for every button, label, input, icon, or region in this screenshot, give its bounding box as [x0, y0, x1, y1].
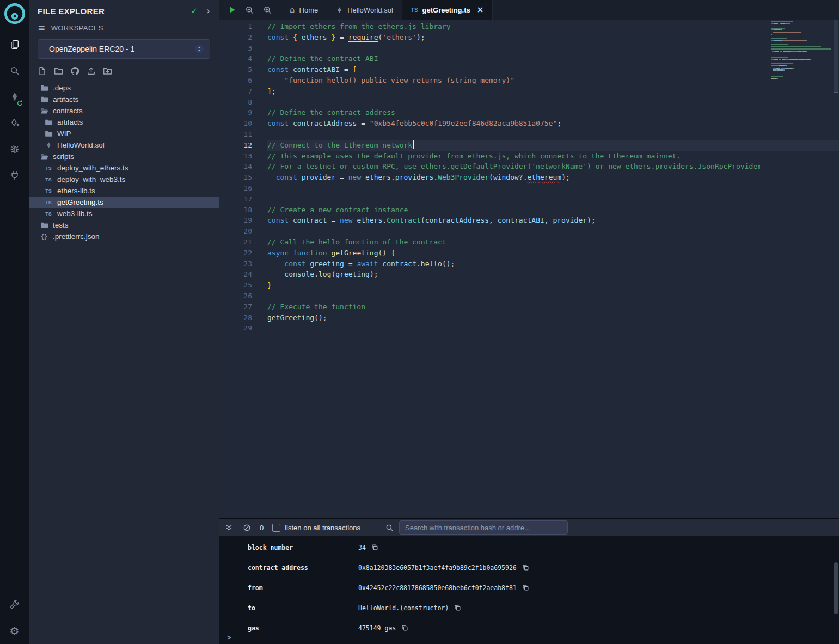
minimap[interactable]: [771, 21, 832, 82]
solidity-file-icon: [336, 7, 343, 14]
code-line-5[interactable]: const contractABI = [: [267, 64, 839, 75]
workspace-options-icon[interactable]: [194, 44, 204, 54]
terminal-collapse-icon[interactable]: [225, 524, 233, 532]
code-line-6[interactable]: "function hello() public view returns (s…: [267, 75, 839, 86]
code-line-17[interactable]: [267, 194, 839, 205]
tab-getgreeting-ts[interactable]: TS getGreeting.ts ×: [402, 0, 493, 20]
code-line-9[interactable]: // Define the contract address: [267, 107, 839, 118]
terminal-search-input[interactable]: [399, 520, 568, 535]
code-line-12[interactable]: // Connect to the Ethereum network: [267, 140, 839, 151]
debugger-icon[interactable]: [0, 136, 29, 162]
code-line-18[interactable]: // Create a new contract instance: [267, 205, 839, 216]
tab-helloworld-sol[interactable]: HelloWorld.sol: [327, 0, 402, 20]
upload-folder-icon[interactable]: [103, 66, 112, 76]
deploy-run-icon[interactable]: [0, 110, 29, 136]
workspaces-menu-icon[interactable]: ≡: [38, 23, 46, 33]
code-line-8[interactable]: [267, 97, 839, 108]
detail-label: from: [248, 584, 358, 592]
code-line-21[interactable]: // Call the hello function of the contra…: [267, 237, 839, 248]
line-number: 3: [219, 43, 252, 54]
file-tree-item-tests[interactable]: tests: [29, 219, 219, 231]
file-tree-item-artifacts[interactable]: artifacts: [29, 116, 219, 128]
file-tree-item--deps[interactable]: .deps: [29, 82, 219, 94]
run-script-button[interactable]: [228, 5, 236, 14]
line-number: 15: [219, 172, 252, 183]
copy-icon[interactable]: [522, 584, 529, 591]
chevron-right-icon[interactable]: ›: [206, 7, 210, 16]
transaction-details: block number34contract address0x8a120383…: [219, 536, 839, 644]
code-line-16[interactable]: [267, 183, 839, 194]
new-folder-icon[interactable]: [54, 66, 63, 76]
zoom-out-icon[interactable]: [245, 5, 254, 15]
close-tab-icon[interactable]: ×: [477, 6, 484, 14]
code-line-26[interactable]: [267, 291, 839, 302]
code-line-4[interactable]: // Define the contract ABI: [267, 53, 839, 64]
tab-label: HelloWorld.sol: [347, 6, 393, 14]
code-line-13[interactable]: // This example uses the default provide…: [267, 151, 839, 162]
code-line-11[interactable]: [267, 129, 839, 140]
code-line-29[interactable]: [267, 323, 839, 334]
file-tree-item-deploy-with-web3-ts[interactable]: TSdeploy_with_web3.ts: [29, 174, 219, 185]
workspaces-row: ≡ WORKSPACES: [29, 20, 219, 36]
plugin-manager-icon[interactable]: [0, 162, 29, 188]
code-line-28[interactable]: getGreeting();: [267, 312, 839, 323]
terminal-prompt[interactable]: >: [227, 633, 231, 641]
line-number: 23: [219, 259, 252, 269]
zoom-in-icon[interactable]: [263, 5, 272, 15]
workspace-select[interactable]: OpenZeppelin ERC20 - 1: [38, 39, 210, 59]
file-tree-item-deploy-with-ethers-ts[interactable]: TSdeploy_with_ethers.ts: [29, 162, 219, 174]
code-line-3[interactable]: [267, 43, 839, 54]
copy-icon[interactable]: [371, 544, 378, 551]
clear-console-icon[interactable]: [243, 524, 251, 532]
listen-checkbox[interactable]: [272, 524, 280, 532]
code-line-22[interactable]: async function getGreeting() {: [267, 248, 839, 259]
github-icon[interactable]: [70, 66, 79, 76]
code-line-14[interactable]: // For a testnet or custom RPC, use ethe…: [267, 161, 839, 172]
copy-icon[interactable]: [522, 564, 529, 571]
terminal-scrollbar[interactable]: [834, 562, 838, 614]
search-icon[interactable]: [0, 58, 29, 84]
file-tree-item-ethers-lib-ts[interactable]: TSethers-lib.ts: [29, 185, 219, 197]
copy-icon[interactable]: [401, 624, 408, 631]
file-tree-item-helloworld-sol[interactable]: HelloWorld.sol: [29, 139, 219, 151]
code-line-15[interactable]: const provider = new ethers.providers.We…: [267, 172, 839, 183]
listen-count: 0: [260, 524, 264, 532]
code-line-24[interactable]: console.log(greeting);: [267, 269, 839, 280]
file-tree-item-web3-lib-ts[interactable]: TSweb3-lib.ts: [29, 208, 219, 219]
code-line-2[interactable]: const { ethers } = require('ethers');: [267, 32, 839, 43]
editor-code[interactable]: // Import ethers from the ethers.js libr…: [258, 20, 839, 518]
code-line-25[interactable]: }: [267, 280, 839, 291]
transaction-detail-row: toHelloWorld.(constructor): [248, 598, 839, 618]
code-editor[interactable]: 1234567891011121314151617181920212223242…: [219, 20, 839, 518]
detail-value: 0x42452c22c88178685850e68beb6cf0f2aeab8f…: [358, 584, 517, 592]
upload-file-icon[interactable]: [87, 66, 96, 76]
code-line-7[interactable]: ];: [267, 86, 839, 97]
solidity-compiler-icon[interactable]: [0, 84, 29, 110]
file-explorer-icon[interactable]: [0, 32, 29, 58]
line-number: 10: [219, 118, 252, 129]
tab-bar: ⌂ Home HelloWorld.sol TS getGreeting.ts …: [219, 0, 839, 20]
build-icon[interactable]: [0, 592, 29, 618]
code-line-20[interactable]: [267, 226, 839, 237]
copy-icon[interactable]: [454, 604, 461, 611]
code-line-23[interactable]: const greeting = await contract.hello();: [267, 259, 839, 269]
folder-icon: [44, 130, 53, 138]
code-line-10[interactable]: const contractAddress = "0xb54febb5c0c0f…: [267, 118, 839, 129]
tab-home[interactable]: ⌂ Home: [281, 0, 327, 20]
file-tree-item--prettierrc-json[interactable]: {}.prettierrc.json: [29, 231, 219, 242]
code-line-1[interactable]: // Import ethers from the ethers.js libr…: [267, 21, 839, 32]
check-icon[interactable]: ✓: [191, 7, 198, 15]
editor-scrollbar[interactable]: [834, 20, 838, 93]
file-tree-item-getgreeting-ts[interactable]: TSgetGreeting.ts: [29, 197, 219, 208]
remix-logo[interactable]: [0, 0, 29, 28]
file-tree-item-scripts[interactable]: scripts: [29, 151, 219, 162]
new-file-icon[interactable]: [38, 66, 47, 76]
file-tree-item-artifacts[interactable]: artifacts: [29, 94, 219, 105]
json-icon: {}: [40, 234, 48, 240]
file-tree-item-contracts[interactable]: contracts: [29, 105, 219, 116]
file-tree-item-wip[interactable]: WIP: [29, 128, 219, 139]
settings-gear-icon[interactable]: ⚙: [0, 618, 29, 644]
code-line-19[interactable]: const contract = new ethers.Contract(con…: [267, 215, 839, 226]
compiler-refresh-badge-icon: [17, 100, 23, 106]
code-line-27[interactable]: // Execute the function: [267, 302, 839, 312]
